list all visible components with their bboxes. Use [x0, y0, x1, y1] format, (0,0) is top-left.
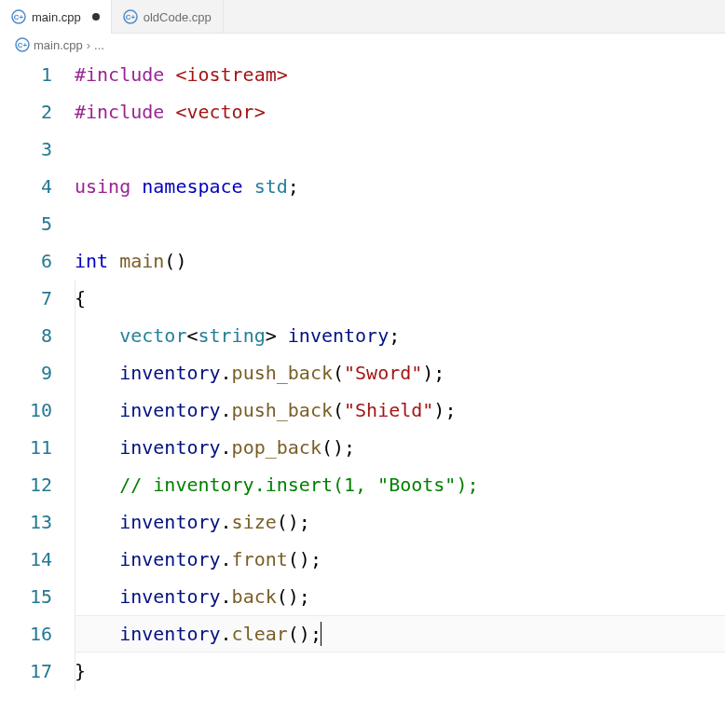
line-number: 4: [0, 168, 52, 205]
code-line[interactable]: {: [75, 280, 725, 317]
line-number: 3: [0, 130, 52, 168]
line-number: 15: [0, 578, 52, 615]
code-line[interactable]: #include <iostream>: [75, 56, 725, 93]
code-line[interactable]: inventory.push_back("Sword");: [75, 354, 725, 391]
line-number: 17: [0, 652, 52, 690]
code-line[interactable]: inventory.front();: [75, 541, 725, 578]
breadcrumb-file: main.cpp: [34, 38, 83, 52]
line-number: 6: [0, 242, 52, 280]
breadcrumb[interactable]: C+ main.cpp › ...: [0, 34, 725, 56]
line-number: 10: [0, 391, 52, 429]
code-area[interactable]: #include <iostream> #include <vector> us…: [75, 56, 725, 690]
code-line[interactable]: // inventory.insert(1, "Boots");: [75, 466, 725, 503]
tab-label: oldCode.cpp: [144, 10, 212, 24]
svg-text:C+: C+: [126, 13, 136, 21]
line-number: 2: [0, 93, 52, 130]
cpp-file-icon: C+: [15, 37, 30, 52]
line-number: 13: [0, 503, 52, 541]
text-cursor-icon: [321, 622, 322, 646]
line-number: 9: [0, 354, 52, 391]
line-number: 8: [0, 317, 52, 354]
cpp-file-icon: C+: [123, 9, 138, 24]
code-line[interactable]: int main(): [75, 242, 725, 280]
chevron-right-icon: ›: [87, 38, 90, 52]
code-line[interactable]: vector<string> inventory;: [75, 317, 725, 354]
code-line[interactable]: inventory.push_back("Shield");: [75, 391, 725, 429]
code-line[interactable]: #include <vector>: [75, 93, 725, 130]
cpp-file-icon: C+: [11, 9, 26, 24]
code-line[interactable]: inventory.size();: [75, 503, 725, 541]
code-line[interactable]: }: [75, 652, 725, 690]
tab-oldcode-cpp[interactable]: C+ oldCode.cpp: [112, 0, 224, 34]
code-line[interactable]: [75, 205, 725, 242]
line-number: 5: [0, 205, 52, 242]
line-number-gutter: 1 2 3 4 5 6 7 8 9 10 11 12 13 14 15 16 1…: [0, 56, 75, 690]
breadcrumb-more: ...: [94, 38, 104, 52]
code-line[interactable]: inventory.pop_back();: [75, 429, 725, 466]
code-line[interactable]: inventory.clear();: [75, 615, 725, 652]
tab-label: main.cpp: [32, 10, 81, 24]
line-number: 14: [0, 541, 52, 578]
line-number: 16: [0, 615, 52, 652]
line-number: 11: [0, 429, 52, 466]
line-number: 12: [0, 466, 52, 503]
tabs-bar: C+ main.cpp C+ oldCode.cpp: [0, 0, 725, 34]
line-number: 7: [0, 280, 52, 317]
tab-main-cpp[interactable]: C+ main.cpp: [0, 0, 112, 34]
code-line[interactable]: inventory.back();: [75, 578, 725, 615]
code-editor[interactable]: 1 2 3 4 5 6 7 8 9 10 11 12 13 14 15 16 1…: [0, 56, 725, 690]
code-line[interactable]: using namespace std;: [75, 168, 725, 205]
line-number: 1: [0, 56, 52, 93]
svg-text:C+: C+: [18, 41, 28, 49]
code-line[interactable]: [75, 130, 725, 168]
dirty-indicator-icon: [92, 13, 100, 21]
svg-text:C+: C+: [14, 13, 24, 21]
